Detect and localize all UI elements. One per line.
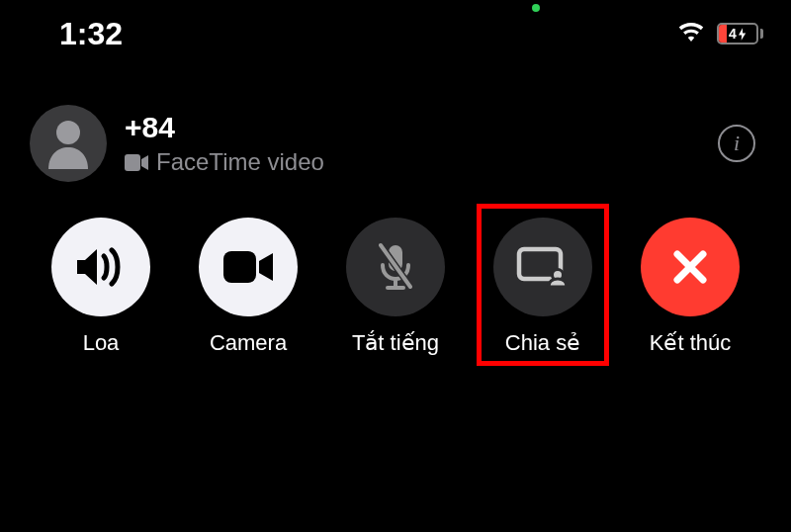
info-button[interactable]: i — [718, 125, 755, 162]
camera-button[interactable] — [199, 218, 298, 316]
mic-off-icon — [374, 241, 417, 293]
share-button[interactable] — [493, 218, 592, 316]
caller-sub-text: FaceTime video — [156, 148, 324, 176]
video-icon — [125, 154, 148, 171]
speaker-label: Loa — [83, 330, 120, 356]
control-share: Chia sẻ — [476, 218, 610, 356]
status-bar: 1:32 4 — [0, 0, 791, 55]
caller-name: +84 — [125, 111, 700, 144]
battery-indicator: 4 — [717, 23, 763, 44]
svg-point-0 — [56, 121, 80, 144]
close-icon — [669, 246, 711, 288]
end-call-button[interactable] — [641, 218, 740, 316]
svg-rect-2 — [223, 251, 256, 283]
avatar[interactable] — [30, 105, 107, 182]
status-right: 4 — [677, 21, 763, 46]
status-time: 1:32 — [59, 16, 123, 52]
charging-icon — [738, 28, 747, 41]
speaker-icon — [73, 243, 129, 291]
caller-row: +84 FaceTime video i — [0, 55, 791, 200]
camera-icon — [221, 249, 275, 285]
end-label: Kết thúc — [650, 330, 731, 356]
control-end: Kết thúc — [623, 218, 757, 356]
control-camera: Camera — [181, 218, 315, 356]
screen-share-icon — [515, 245, 571, 289]
caller-info: +84 FaceTime video — [125, 111, 700, 176]
camera-label: Camera — [210, 330, 287, 356]
mute-label: Tắt tiếng — [352, 330, 439, 356]
person-icon — [44, 118, 92, 169]
control-mute: Tắt tiếng — [328, 218, 463, 356]
share-label: Chia sẻ — [505, 330, 580, 356]
call-controls: Loa Camera Tắt tiếng — [0, 200, 791, 356]
caller-subtitle: FaceTime video — [125, 148, 700, 176]
speaker-button[interactable] — [51, 218, 150, 316]
control-speaker: Loa — [34, 218, 168, 356]
svg-rect-1 — [125, 154, 140, 171]
mute-button[interactable] — [346, 218, 445, 316]
battery-level-text: 4 — [729, 26, 737, 42]
camera-active-indicator — [532, 4, 540, 12]
wifi-icon — [677, 21, 705, 46]
